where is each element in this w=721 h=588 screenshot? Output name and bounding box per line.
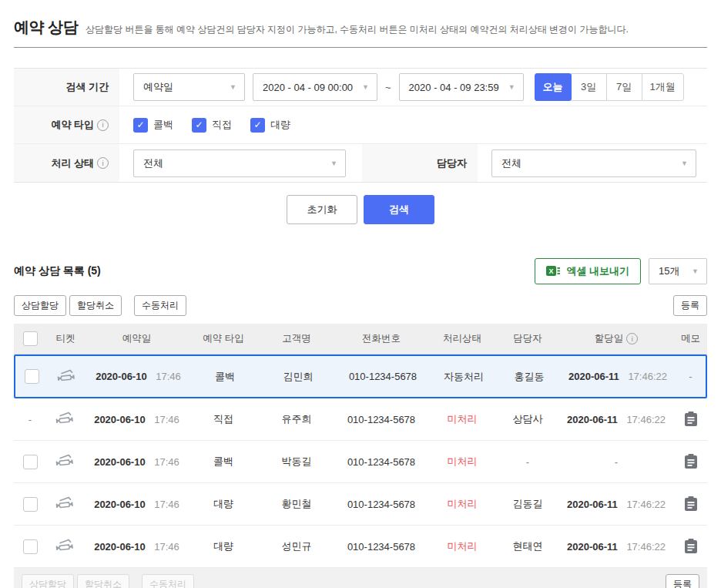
chevron-down-icon: ▼ bbox=[681, 160, 688, 167]
manager-name: 현태연 bbox=[497, 539, 558, 553]
reset-button[interactable]: 초기화 bbox=[287, 195, 357, 224]
phone-number: 010-1234-5678 bbox=[337, 371, 429, 382]
customer-name: 김민희 bbox=[260, 370, 337, 384]
row-checkbox[interactable] bbox=[23, 455, 38, 469]
quick-range-today[interactable]: 오늘 bbox=[535, 73, 572, 101]
phone-number: 010-1234-5678 bbox=[335, 499, 428, 510]
row-checkbox[interactable] bbox=[23, 497, 38, 512]
manager-name: 상담사 bbox=[497, 412, 558, 426]
memo-icon[interactable] bbox=[674, 453, 707, 470]
per-page-select[interactable]: 15개 ▼ bbox=[649, 258, 707, 284]
unassign-button-bottom[interactable]: 할당취소 bbox=[77, 574, 129, 588]
info-icon[interactable]: i bbox=[97, 157, 109, 169]
filter-row-period: 검색 기간 예약일 ▼ 2020 - 04 - 09 00:00 ▼ ~ 202… bbox=[14, 69, 707, 106]
table-row[interactable]: 2020-06-10 17:46 대량 성민규 010-1234-5678 미처… bbox=[14, 526, 707, 568]
row-select-cell: - bbox=[14, 414, 46, 425]
excel-export-label: 엑셀 내보내기 bbox=[566, 264, 629, 278]
table-toolbar-bottom: 상담할당 할당취소 수동처리 등록 bbox=[14, 568, 707, 588]
phone-number: 010-1234-5678 bbox=[335, 456, 428, 468]
checkbox-direct[interactable]: ✓ 직접 bbox=[192, 118, 232, 133]
unassign-button[interactable]: 할당취소 bbox=[69, 295, 122, 316]
col-date: 예약일 bbox=[85, 332, 189, 345]
table-row[interactable]: 2020-06-10 17:46 콜백 김민희 010-1234-5678 자동… bbox=[14, 354, 707, 398]
ticket-icon[interactable] bbox=[48, 368, 86, 385]
filter-row-type: 예약 타입 i ✓ 콜백 ✓ 직접 ✓ 대량 bbox=[14, 106, 707, 144]
manager-content: 전체 ▼ bbox=[478, 144, 707, 182]
reservation-type-label: 예약 타입 i bbox=[14, 106, 119, 143]
chevron-down-icon: ▼ bbox=[508, 83, 515, 91]
time-text: 17:46 bbox=[154, 541, 179, 553]
page-title: 예약 상담 bbox=[14, 17, 78, 38]
date-text: 2020-06-10 bbox=[94, 414, 146, 425]
manager-select-value: 전체 bbox=[501, 156, 521, 170]
row-select-cell bbox=[15, 369, 48, 384]
table-header-row: 티켓 예약일 예약 타입 고객명 전화번호 처리상태 담당자 할당일 i 메모 bbox=[14, 324, 707, 354]
manager-select[interactable]: 전체 ▼ bbox=[491, 150, 696, 177]
reservation-type: 직접 bbox=[189, 412, 258, 426]
info-icon[interactable]: i bbox=[626, 333, 638, 344]
checkbox-bulk[interactable]: ✓ 대량 bbox=[250, 118, 290, 133]
chevron-down-icon: ▼ bbox=[362, 83, 369, 91]
checkbox-direct-label: 직접 bbox=[212, 118, 232, 132]
date-field-select[interactable]: 예약일 ▼ bbox=[133, 73, 245, 101]
memo-icon[interactable] bbox=[674, 496, 707, 512]
status-badge: 미처리 bbox=[428, 539, 497, 553]
info-icon[interactable]: i bbox=[97, 119, 109, 131]
ticket-icon[interactable] bbox=[46, 538, 85, 555]
quick-range-1month[interactable]: 1개월 bbox=[642, 73, 684, 101]
customer-name: 황민철 bbox=[258, 497, 335, 511]
page-header: 예약 상담 상담할당 버튼을 통해 예약 상담건의 담당자 지정이 가능하고, … bbox=[14, 11, 707, 48]
manager-name: 홍길동 bbox=[498, 370, 560, 384]
time-text: 17:46:22 bbox=[626, 499, 666, 510]
table-row[interactable]: 2020-06-10 17:46 대량 황민철 010-1234-5678 미처… bbox=[14, 483, 707, 526]
row-checkbox[interactable] bbox=[25, 369, 39, 384]
assign-button[interactable]: 상담할당 bbox=[14, 295, 66, 316]
col-status: 처리상태 bbox=[428, 332, 497, 345]
ticket-icon[interactable] bbox=[46, 453, 85, 470]
quick-range-3days[interactable]: 3일 bbox=[571, 73, 607, 101]
table-row[interactable]: 2020-06-10 17:46 콜백 박동길 010-1234-5678 미처… bbox=[14, 441, 707, 483]
ticket-icon[interactable] bbox=[46, 411, 85, 428]
reservation-type: 대량 bbox=[189, 539, 258, 553]
date-from-input[interactable]: 2020 - 04 - 09 00:00 ▼ bbox=[253, 73, 377, 101]
time-text: 17:46:22 bbox=[626, 541, 666, 553]
checkbox-checked-icon: ✓ bbox=[250, 118, 265, 133]
row-select-cell bbox=[14, 455, 46, 469]
register-button[interactable]: 등록 bbox=[673, 295, 707, 316]
col-phone: 전화번호 bbox=[335, 332, 428, 345]
ticket-icon[interactable] bbox=[46, 496, 85, 512]
excel-export-button[interactable]: X 엑셀 내보내기 bbox=[535, 258, 641, 284]
checkbox-callback-label: 콜백 bbox=[153, 118, 173, 132]
table-row[interactable]: - 2020-06-10 17:46 직접 유주희 010-1234-5678 … bbox=[14, 398, 707, 441]
reservation-type: 콜백 bbox=[190, 370, 260, 384]
quick-range-7days[interactable]: 7일 bbox=[606, 73, 642, 101]
search-filter-panel: 검색 기간 예약일 ▼ 2020 - 04 - 09 00:00 ▼ ~ 202… bbox=[14, 68, 707, 183]
date-text: 2020-06-10 bbox=[94, 499, 146, 510]
assign-button-bottom[interactable]: 상담할당 bbox=[22, 574, 74, 588]
manual-process-button[interactable]: 수동처리 bbox=[134, 295, 186, 316]
chevron-down-icon: ▼ bbox=[692, 267, 699, 275]
date-text: 2020-06-11 bbox=[567, 499, 618, 510]
date-to-input[interactable]: 2020 - 04 - 09 23:59 ▼ bbox=[399, 73, 524, 101]
memo-icon[interactable] bbox=[674, 411, 707, 428]
memo-icon[interactable] bbox=[674, 538, 707, 555]
row-checkbox[interactable] bbox=[23, 539, 38, 554]
checkbox-callback[interactable]: ✓ 콜백 bbox=[133, 118, 173, 133]
date-text: 2020-06-10 bbox=[94, 541, 146, 553]
reservation-date: 2020-06-10 17:46 bbox=[85, 456, 189, 468]
customer-name: 유주희 bbox=[258, 412, 335, 426]
col-memo: 메모 bbox=[674, 332, 707, 345]
process-status-select[interactable]: 전체 ▼ bbox=[133, 150, 346, 177]
col-assigned-label: 할당일 bbox=[595, 332, 624, 345]
register-button-bottom[interactable]: 등록 bbox=[666, 574, 699, 588]
date-text: 2020-06-10 bbox=[94, 456, 146, 468]
search-button[interactable]: 검색 bbox=[364, 195, 434, 224]
checkbox-bulk-label: 대량 bbox=[270, 118, 290, 132]
select-all-checkbox[interactable] bbox=[23, 331, 38, 346]
col-assigned: 할당일 i bbox=[558, 332, 674, 345]
col-type: 예약 타입 bbox=[189, 332, 258, 345]
process-status-value: 전체 bbox=[143, 156, 163, 170]
reservation-type: 대량 bbox=[189, 497, 258, 511]
manual-process-button-bottom[interactable]: 수동처리 bbox=[142, 574, 194, 588]
search-actions: 초기화 검색 bbox=[14, 195, 707, 224]
